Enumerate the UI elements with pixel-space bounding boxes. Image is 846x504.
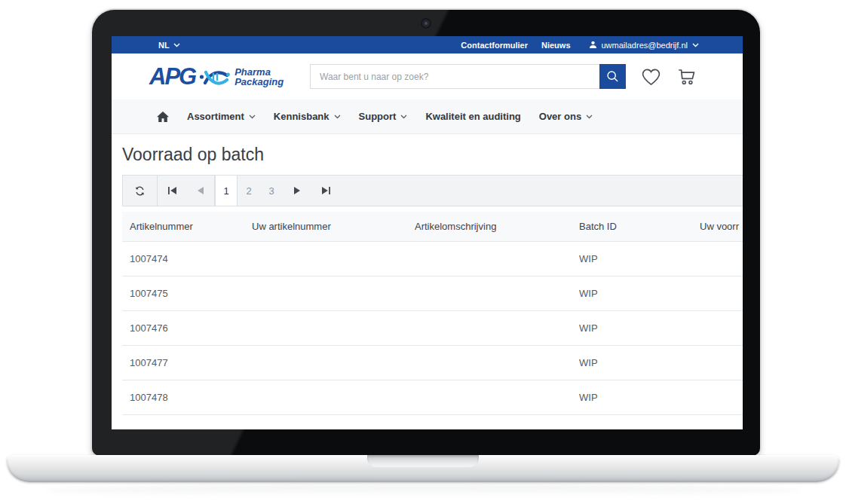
- nav-item-kennisbank[interactable]: Kennisbank: [274, 111, 341, 122]
- cell-batch-id: WIP: [579, 322, 700, 334]
- column-header-uw-artikelnummer[interactable]: Uw artikelnummer: [252, 221, 415, 232]
- cell-artikelnummer: 1007474: [130, 253, 252, 264]
- search-input[interactable]: [310, 64, 599, 89]
- cell-artikelnummer: 1007477: [130, 357, 252, 368]
- home-icon: [157, 111, 169, 122]
- column-header-artikelnummer[interactable]: Artikelnummer: [130, 221, 252, 232]
- chevron-down-icon: [692, 43, 699, 47]
- laptop-bezel: NL Contactformulier Nieuws uwmailadres@b…: [92, 10, 760, 456]
- table-row[interactable]: 1007476 WIP: [122, 311, 743, 346]
- laptop-reflection: [45, 484, 801, 496]
- logo[interactable]: APG Pharma Packaging: [149, 65, 284, 89]
- nav-home[interactable]: [157, 111, 169, 122]
- prev-page-button[interactable]: [186, 176, 215, 206]
- chevron-down-icon: [334, 115, 341, 119]
- column-header-artikelomschrijving[interactable]: Artikelomschrijving: [415, 221, 579, 232]
- table-row[interactable]: 1007478 WIP: [122, 380, 743, 415]
- nav-item-kwaliteit[interactable]: Kwaliteit en auditing: [425, 111, 520, 122]
- site-header: APG Pharma Packaging: [112, 53, 743, 99]
- cell-batch-id: WIP: [579, 357, 700, 368]
- heart-icon: [641, 68, 661, 86]
- nav-item-assortiment[interactable]: Assortiment: [187, 111, 256, 122]
- cart-button[interactable]: [676, 67, 697, 86]
- laptop-base: [7, 455, 839, 482]
- next-page-icon: [294, 187, 300, 194]
- nav-label: Kennisbank: [274, 111, 330, 122]
- table-row[interactable]: 1007475 WIP: [122, 276, 743, 311]
- next-page-button[interactable]: [283, 176, 311, 206]
- nav-label: Support: [359, 111, 397, 122]
- webcam: [422, 20, 430, 27]
- last-page-button[interactable]: [311, 176, 340, 206]
- search-bar: [310, 64, 626, 89]
- refresh-button[interactable]: [123, 176, 158, 206]
- logo-tagline-line2: Packaging: [234, 77, 284, 87]
- topbar-links: Contactformulier Nieuws uwmailadres@bedr…: [461, 41, 699, 50]
- header-action-icons: [641, 67, 697, 86]
- page-button-3[interactable]: 3: [260, 176, 283, 206]
- nav-item-support[interactable]: Support: [359, 111, 408, 122]
- column-header-uw-voorraad[interactable]: Uw voorr: [700, 221, 743, 232]
- account-menu[interactable]: uwmailadres@bedrijf.nl: [589, 41, 700, 50]
- last-page-icon: [322, 187, 330, 194]
- page-title: Voorraad op batch: [112, 134, 743, 175]
- pagination-toolbar: 1 2 3: [122, 175, 743, 206]
- language-label: NL: [158, 41, 170, 50]
- logo-tagline: Pharma Packaging: [234, 67, 284, 87]
- laptop-mockup: NL Contactformulier Nieuws uwmailadres@b…: [0, 0, 846, 504]
- table-row[interactable]: 1007474 WIP: [122, 242, 743, 276]
- account-email: uwmailadres@bedrijf.nl: [602, 41, 688, 50]
- screen: NL Contactformulier Nieuws uwmailadres@b…: [112, 36, 743, 429]
- chevron-down-icon: [400, 115, 407, 119]
- nav-item-over-ons[interactable]: Over ons: [539, 111, 593, 122]
- main-nav: Assortiment Kennisbank Support Kwaliteit…: [112, 99, 743, 134]
- search-icon: [606, 70, 619, 83]
- cell-artikelnummer: 1007478: [130, 392, 252, 403]
- user-icon: [589, 41, 597, 49]
- chevron-down-icon: [586, 115, 593, 119]
- cell-artikelnummer: 1007476: [130, 322, 252, 334]
- first-page-icon: [168, 187, 176, 194]
- chevron-down-icon: [249, 115, 256, 119]
- table-row[interactable]: 1007477 WIP: [122, 346, 743, 380]
- chevron-down-icon: [173, 43, 180, 47]
- cell-batch-id: WIP: [579, 288, 700, 299]
- contact-form-link[interactable]: Contactformulier: [461, 41, 528, 50]
- page-button-1[interactable]: 1: [215, 176, 238, 206]
- prev-page-icon: [198, 187, 204, 194]
- dna-helix-icon: [199, 65, 231, 89]
- search-button[interactable]: [599, 64, 626, 89]
- logo-acronym: APG: [149, 65, 195, 88]
- table-toolbar-gap: [112, 206, 743, 212]
- nav-label: Assortiment: [187, 111, 244, 122]
- nav-label: Kwaliteit en auditing: [425, 111, 520, 122]
- laptop-lid-notch: [367, 455, 479, 467]
- nav-label: Over ons: [539, 111, 581, 122]
- column-header-batch-id[interactable]: Batch ID: [579, 221, 700, 232]
- logo-tagline-line1: Pharma: [234, 67, 284, 77]
- cell-artikelnummer: 1007475: [130, 288, 252, 299]
- table-row-partial: [122, 415, 743, 427]
- cell-batch-id: WIP: [579, 392, 700, 403]
- wishlist-button[interactable]: [641, 68, 661, 86]
- language-selector[interactable]: NL: [158, 41, 180, 50]
- news-link[interactable]: Nieuws: [541, 41, 571, 50]
- table-header: Artikelnummer Uw artikelnummer Artikelom…: [122, 212, 743, 242]
- webcam-lens: [425, 22, 428, 25]
- refresh-icon: [134, 185, 146, 197]
- first-page-button[interactable]: [158, 176, 186, 206]
- cart-icon: [676, 67, 697, 86]
- site-topbar: NL Contactformulier Nieuws uwmailadres@b…: [112, 36, 743, 53]
- cell-batch-id: WIP: [579, 253, 700, 264]
- page-button-2[interactable]: 2: [238, 176, 260, 206]
